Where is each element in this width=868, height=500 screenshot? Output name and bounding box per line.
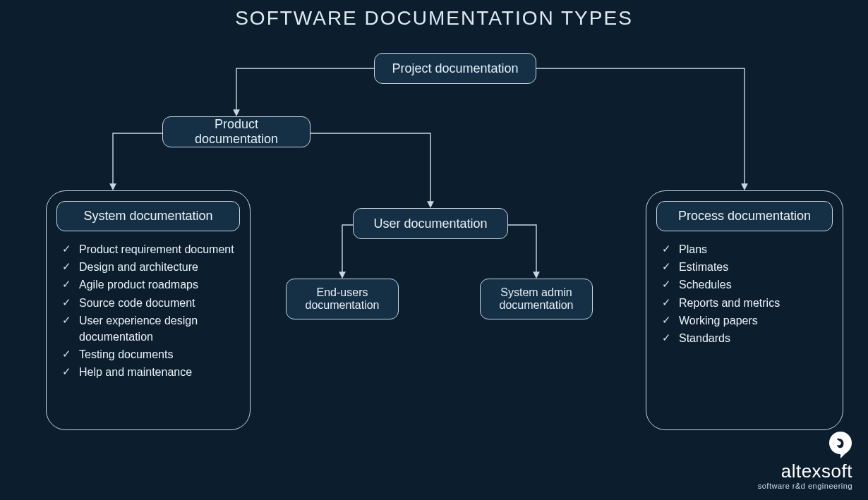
node-label: System admin documentation	[493, 286, 579, 312]
panel-list-process: Plans Estimates Schedules Reports and me…	[656, 241, 833, 346]
node-product-documentation: Product documentation	[162, 116, 311, 147]
list-item: Standards	[661, 330, 833, 346]
list-item: Working papers	[661, 312, 833, 329]
logo-brand-text: altexsoft	[758, 462, 852, 480]
list-item: User experience design documentation	[61, 312, 240, 345]
panel-title-process: Process documentation	[656, 201, 833, 231]
list-item: Plans	[661, 241, 833, 257]
node-label: Product documentation	[176, 117, 297, 147]
panel-system-documentation: System documentation Product requirement…	[46, 190, 251, 430]
logo-tagline: software r&d engineering	[758, 482, 852, 490]
panel-process-documentation: Process documentation Plans Estimates Sc…	[646, 190, 843, 430]
list-item: Testing documents	[61, 346, 240, 362]
list-item: Schedules	[661, 276, 833, 293]
list-item: Help and maintenance	[61, 364, 240, 380]
diagram-title: SOFTWARE DOCUMENTATION TYPES	[0, 7, 868, 30]
list-item: Reports and metrics	[661, 295, 833, 311]
list-item: Estimates	[661, 259, 833, 275]
list-item: Product requirement document	[61, 241, 240, 257]
list-item: Source code document	[61, 295, 240, 311]
node-project-documentation: Project documentation	[374, 53, 536, 84]
logo-mark-icon	[828, 431, 852, 459]
node-endusers-documentation: End-users documentation	[286, 279, 399, 319]
node-label: User documentation	[373, 217, 487, 231]
panel-list-system: Product requirement document Design and …	[56, 241, 240, 381]
node-user-documentation: User documentation	[353, 208, 508, 239]
node-label: End-users documentation	[299, 286, 385, 312]
altexsoft-logo: altexsoft software r&d engineering	[758, 431, 852, 490]
node-label: Project documentation	[392, 61, 518, 76]
node-sysadmin-documentation: System admin documentation	[480, 279, 593, 319]
panel-title-system: System documentation	[56, 201, 240, 231]
list-item: Agile product roadmaps	[61, 276, 240, 293]
list-item: Design and architecture	[61, 259, 240, 275]
